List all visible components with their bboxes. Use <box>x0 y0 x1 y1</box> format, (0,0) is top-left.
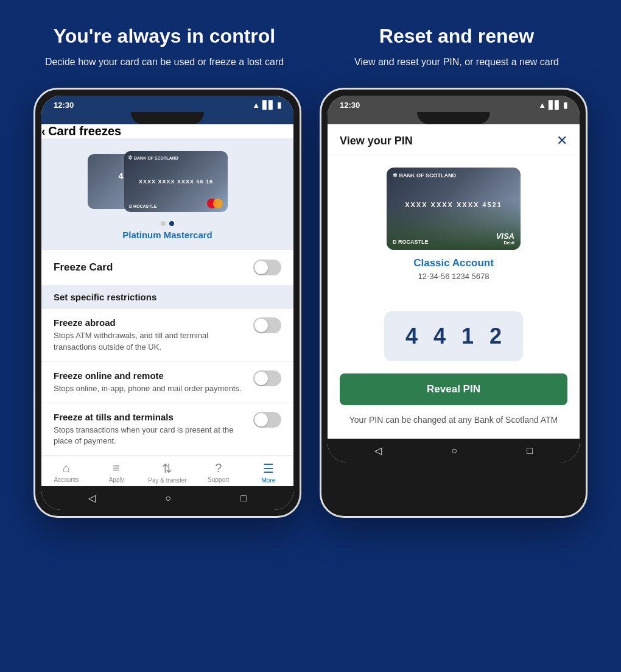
pin-display: 4 4 1 2 <box>384 311 523 361</box>
nav-accounts[interactable]: ⌂ Accounts <box>48 461 85 484</box>
apply-icon: ≡ <box>113 461 120 475</box>
more-label: More <box>262 477 276 484</box>
phone-left: 12:30 ▲ ▋▋ ▮ ‹ Card freezes <box>33 88 301 518</box>
carousel-indicators <box>51 221 284 226</box>
pin-bank-logo: ✲ BANK OF SCOTLAND <box>393 172 456 179</box>
signal-icon: ▋▋ <box>262 101 275 110</box>
status-icons-right: ▲ ▋▋ ▮ <box>538 101 567 110</box>
pin-card: ✲ BANK OF SCOTLAND XXXX XXXX XXXX 4521 D… <box>387 168 521 250</box>
android-back-right[interactable]: ◁ <box>374 445 382 456</box>
pin-card-section: ✲ BANK OF SCOTLAND XXXX XXXX XXXX 4521 D… <box>328 155 580 293</box>
status-bar-left: 12:30 ▲ ▋▋ ▮ <box>41 96 293 112</box>
support-icon: ? <box>215 461 222 475</box>
toggle-online[interactable] <box>253 370 281 386</box>
freeze-card-row: Freeze Card <box>41 250 293 286</box>
android-back[interactable]: ◁ <box>88 492 96 504</box>
bank-logo-left: ✲ BANK OF SCOTLAND <box>128 155 178 161</box>
toggle-knob-online <box>254 372 268 385</box>
status-icons-left: ▲ ▋▋ ▮ <box>252 101 281 110</box>
pin-box-section: 4 4 1 2 Reveal PIN Your PIN can be chang… <box>328 293 580 439</box>
right-header: Reset and renew View and reset your PIN,… <box>317 24 597 69</box>
restriction-tills-title: Freeze at tills and terminals <box>54 412 246 422</box>
pin-note: Your PIN can be changed at any Bank of S… <box>340 414 567 426</box>
apply-label: Apply <box>109 476 124 483</box>
left-header: You're always in control Decide how your… <box>24 24 304 69</box>
accounts-label: Accounts <box>54 476 79 483</box>
pay-icon: ⇅ <box>162 461 172 476</box>
android-recent[interactable]: □ <box>240 493 247 504</box>
pin-digit-4: 2 <box>486 324 505 349</box>
android-nav-right: ◁ ○ □ <box>328 439 580 462</box>
freeze-card-label: Freeze Card <box>54 261 113 274</box>
left-title: You're always in control <box>24 24 304 48</box>
dot-1[interactable] <box>161 221 166 226</box>
nav-apply[interactable]: ≡ Apply <box>98 461 135 484</box>
app-header-left: ‹ Card freezes <box>41 124 293 138</box>
freeze-card-toggle[interactable] <box>253 260 281 275</box>
pin-header-title: View your PIN <box>340 135 413 147</box>
left-subtitle: Decide how your card can be used or free… <box>24 55 304 69</box>
toggle-tills[interactable] <box>253 412 281 428</box>
toggle-knob-tills <box>254 413 268 426</box>
android-home[interactable]: ○ <box>165 493 171 504</box>
restriction-online-text: Freeze online and remote Stops online, i… <box>54 370 253 394</box>
section-header-text: Set specific restrictions <box>54 292 156 302</box>
account-number: 12-34-56 1234 5678 <box>340 272 567 281</box>
accounts-icon: ⌂ <box>63 461 70 475</box>
restriction-abroad-title: Freeze abroad <box>54 317 246 328</box>
battery-icon: ▮ <box>277 101 281 110</box>
time-left: 12:30 <box>54 101 74 110</box>
time-right: 12:30 <box>340 101 360 110</box>
pin-card-holder: D ROCASTLE <box>393 239 429 245</box>
toggle-knob <box>254 261 268 274</box>
signal-icon-right: ▋▋ <box>549 101 561 110</box>
card-label: Platinum Mastercard <box>51 230 284 240</box>
restriction-abroad: Freeze abroad Stops ATM withdrawals, and… <box>41 309 293 361</box>
screen-title-left: Card freezes <box>48 124 121 138</box>
dot-2[interactable] <box>169 221 174 226</box>
mastercard-logo <box>207 199 223 208</box>
pin-header: View your PIN ✕ <box>328 124 580 155</box>
pin-card-bg: ✲ BANK OF SCOTLAND XXXX XXXX XXXX 4521 D… <box>387 168 521 250</box>
right-title: Reset and renew <box>317 24 597 48</box>
pin-digit-1: 4 <box>402 324 421 349</box>
card-stack: 4321 VISADebit ✲ BANK OF SCOTLAND <box>51 148 284 215</box>
account-label: Classic Account <box>340 257 567 269</box>
bottom-nav-left: ⌂ Accounts ≡ Apply ⇅ Pay & transfer ? Su… <box>41 456 293 486</box>
restriction-online-desc: Stops online, in-app, phone and mail ord… <box>54 383 246 394</box>
nav-pay[interactable]: ⇅ Pay & transfer <box>148 461 186 484</box>
toggle-abroad[interactable] <box>253 317 281 333</box>
android-home-right[interactable]: ○ <box>451 445 457 456</box>
pin-digit-2: 4 <box>430 324 449 349</box>
section-header: Set specific restrictions <box>41 286 293 309</box>
android-nav-left: ◁ ○ □ <box>41 486 293 510</box>
card-footer-large: D ROCASTLE <box>124 199 228 208</box>
close-button[interactable]: ✕ <box>556 133 567 149</box>
notch-right <box>328 112 580 124</box>
restriction-tills: Freeze at tills and terminals Stops tran… <box>41 403 293 456</box>
back-button[interactable]: ‹ <box>41 124 46 138</box>
notch-left <box>41 112 293 124</box>
pin-visa-logo: VISADebit <box>496 232 514 245</box>
pin-card-number: XXXX XXXX XXXX 4521 <box>405 201 502 208</box>
restriction-online: Freeze online and remote Stops online, i… <box>41 362 293 403</box>
restriction-abroad-text: Freeze abroad Stops ATM withdrawals, and… <box>54 317 253 352</box>
restriction-tills-desc: Stops transactions when your card is pre… <box>54 425 246 447</box>
toggle-knob-abroad <box>254 319 268 332</box>
battery-icon-right: ▮ <box>563 101 567 110</box>
wifi-icon: ▲ <box>252 101 260 110</box>
restriction-abroad-desc: Stops ATM withdrawals, and till and term… <box>54 330 246 352</box>
card-large[interactable]: ✲ BANK OF SCOTLAND XXXX XXXX XXXX 56 18 … <box>124 151 228 212</box>
snowflake-icon: ✲ <box>128 155 133 161</box>
wifi-icon-right: ▲ <box>538 101 546 110</box>
android-recent-right[interactable]: □ <box>527 445 533 456</box>
nav-support[interactable]: ? Support <box>200 461 237 484</box>
phone-right: 12:30 ▲ ▋▋ ▮ View your PIN ✕ <box>320 88 588 518</box>
restriction-online-title: Freeze online and remote <box>54 370 246 381</box>
card-number-large: XXXX XXXX XXXX 56 18 <box>139 179 213 185</box>
support-label: Support <box>208 476 229 483</box>
nav-more[interactable]: ☰ More <box>250 461 287 484</box>
restriction-tills-text: Freeze at tills and terminals Stops tran… <box>54 412 253 447</box>
reveal-pin-button[interactable]: Reveal PIN <box>340 373 567 405</box>
pin-card-footer: D ROCASTLE VISADebit <box>387 232 521 245</box>
